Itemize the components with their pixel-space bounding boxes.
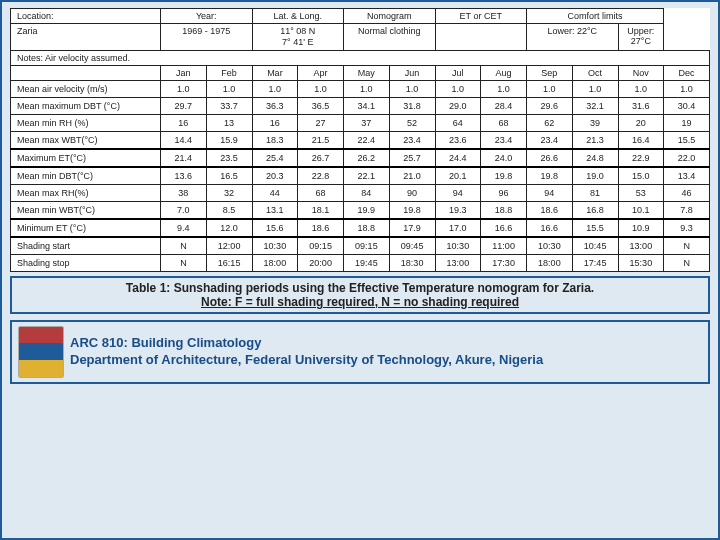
cell: 19.9 (344, 201, 390, 219)
cell: 1.0 (389, 80, 435, 97)
cell: 12.0 (206, 219, 252, 237)
month-header: Nov (618, 65, 664, 80)
cell: 46 (664, 184, 710, 201)
cell: 20 (618, 114, 664, 131)
cell: 19.8 (389, 201, 435, 219)
cell: 16:15 (206, 254, 252, 271)
row-label: Mean max RH(%) (11, 184, 161, 201)
cell: 23.4 (527, 131, 573, 149)
cell: 1.0 (664, 80, 710, 97)
cell: 16.6 (527, 219, 573, 237)
cell: 1.0 (161, 80, 207, 97)
cell: 1.0 (206, 80, 252, 97)
cell: 12:00 (206, 237, 252, 255)
cell: 26.6 (527, 149, 573, 167)
table-row-minrh: Mean min RH (%)161316273752646862392019 (11, 114, 710, 131)
cell: 10.1 (618, 201, 664, 219)
comfort-lbl: Comfort limits (527, 9, 664, 24)
climate-table: Location: Year: Lat. & Long. Nomogram ET… (10, 8, 710, 272)
cell: 16.4 (618, 131, 664, 149)
table-row-air: Mean air velocity (m/s)1.01.01.01.01.01.… (11, 80, 710, 97)
cell: 7.8 (664, 201, 710, 219)
cell: 15.6 (252, 219, 298, 237)
cell: 32 (206, 184, 252, 201)
cell: 13.6 (161, 167, 207, 185)
cell: 18:30 (389, 254, 435, 271)
lower-val: Lower: 22°C (527, 24, 619, 51)
cell: 13 (206, 114, 252, 131)
cell: 31.8 (389, 97, 435, 114)
cell: 1.0 (618, 80, 664, 97)
cell: 23.6 (435, 131, 481, 149)
cell: 84 (344, 184, 390, 201)
cell: 64 (435, 114, 481, 131)
table-row-minwbt: Mean min WBT(°C)7.08.513.118.119.919.819… (11, 201, 710, 219)
cell: 36.3 (252, 97, 298, 114)
notes: Notes: Air velocity assumed. (11, 50, 710, 65)
table-row-maxdbt: Mean maximum DBT (°C)29.733.736.336.534.… (11, 97, 710, 114)
cell: 23.5 (206, 149, 252, 167)
cell: 16 (161, 114, 207, 131)
row-label: Mean min RH (%) (11, 114, 161, 131)
month-header: May (344, 65, 390, 80)
upper-val: Upper: 27°C (618, 24, 664, 51)
cell: 20.1 (435, 167, 481, 185)
months-row: JanFebMarAprMayJunJulAugSepOctNovDec (11, 65, 710, 80)
cell: 13:00 (618, 237, 664, 255)
cell: 68 (298, 184, 344, 201)
cell: 19:45 (344, 254, 390, 271)
cell: 1.0 (435, 80, 481, 97)
cell: 27 (298, 114, 344, 131)
cell: 13.1 (252, 201, 298, 219)
cell: 1.0 (527, 80, 573, 97)
cell: 31.6 (618, 97, 664, 114)
cell: 1.0 (344, 80, 390, 97)
caption-box: Table 1: Sunshading periods using the Ef… (10, 276, 710, 314)
cell: 32.1 (572, 97, 618, 114)
cell: 20.3 (252, 167, 298, 185)
nomo-val: Normal clothing (344, 24, 436, 51)
cell: 34.1 (344, 97, 390, 114)
cell: 26.7 (298, 149, 344, 167)
month-header: Oct (572, 65, 618, 80)
cell: 21.3 (572, 131, 618, 149)
header-row-1: Location: Year: Lat. & Long. Nomogram ET… (11, 9, 710, 24)
loc-val: Zaria (11, 24, 161, 51)
cell: 20:00 (298, 254, 344, 271)
year-val: 1969 - 1975 (161, 24, 253, 51)
cell: 21.5 (298, 131, 344, 149)
cell: 24.4 (435, 149, 481, 167)
cell: 15.5 (572, 219, 618, 237)
cell: 09:15 (344, 237, 390, 255)
row-label: Shading stop (11, 254, 161, 271)
cell: 68 (481, 114, 527, 131)
cell: 22.1 (344, 167, 390, 185)
cell: N (161, 237, 207, 255)
cell: 26.2 (344, 149, 390, 167)
footer-text: ARC 810: Building Climatology Department… (70, 335, 543, 369)
cell: 18.6 (298, 219, 344, 237)
cell: 1.0 (481, 80, 527, 97)
cell: 10:30 (527, 237, 573, 255)
cell: 18.8 (344, 219, 390, 237)
cell: 81 (572, 184, 618, 201)
loc-lbl: Location: (11, 9, 161, 24)
year-lbl: Year: (161, 9, 253, 24)
row-label: Mean maximum DBT (°C) (11, 97, 161, 114)
cell: 9.3 (664, 219, 710, 237)
month-header: Jan (161, 65, 207, 80)
cell: 24.0 (481, 149, 527, 167)
cell: 14.4 (161, 131, 207, 149)
notes-row: Notes: Air velocity assumed. (11, 50, 710, 65)
month-header: Dec (664, 65, 710, 80)
table-row-shstart: Shading startN12:0010:3009:1509:1509:451… (11, 237, 710, 255)
cell: 38 (161, 184, 207, 201)
cell: 94 (527, 184, 573, 201)
month-header: Aug (481, 65, 527, 80)
cell: 37 (344, 114, 390, 131)
cell: 16.6 (481, 219, 527, 237)
cell: 18.8 (481, 201, 527, 219)
row-label: Mean min WBT(°C) (11, 201, 161, 219)
cell: 18.6 (527, 201, 573, 219)
cell: 19 (664, 114, 710, 131)
